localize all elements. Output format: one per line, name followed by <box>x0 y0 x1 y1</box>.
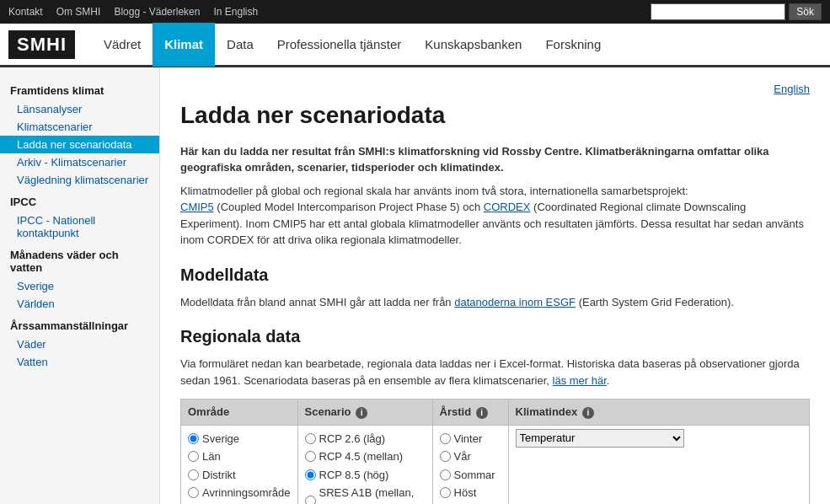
sidebar-section-ipcc: IPCC <box>0 189 159 212</box>
scenario-rcp26-radio[interactable] <box>305 433 316 444</box>
omrade-sverige-radio[interactable] <box>188 433 199 444</box>
sidebar-section-manadens: Månadens väder och vatten <box>0 242 159 277</box>
scenario-rcp45-label: RCP 4.5 (mellan) <box>319 448 403 465</box>
arstid-vinter-label: Vinter <box>454 431 483 448</box>
arstid-info-icon[interactable]: i <box>476 407 488 419</box>
sidebar-item-klimatscenarier[interactable]: Klimatscenarier <box>0 118 159 136</box>
klimatindex-cell: Temperatur Nederbörd Snö Vind <box>508 425 809 504</box>
scenario-info-icon[interactable]: i <box>356 407 367 419</box>
arstid-sommar-row: Sommar <box>440 467 501 484</box>
topbar-kontakt[interactable]: Kontakt <box>8 6 43 18</box>
search-input[interactable] <box>651 3 785 20</box>
col-klimatindex-header: Klimatindex i <box>508 399 809 426</box>
klimatindex-info-icon[interactable]: i <box>582 407 594 419</box>
regional-desc-text: Via formuläret nedan kan bearbetade, reg… <box>180 357 800 387</box>
modell-pre: Modelldata från bland annat SMHI går att… <box>180 296 454 308</box>
search-area: Sök <box>651 3 822 20</box>
omrade-lan-radio[interactable] <box>188 451 199 462</box>
scenario-rcp85-row: RCP 8.5 (hög) <box>305 467 426 484</box>
omrade-distrikt-radio[interactable] <box>188 469 199 480</box>
nav-data[interactable]: Data <box>215 23 265 67</box>
nav-vadret[interactable]: Vädret <box>92 23 153 67</box>
omrade-sverige-row: Sverige <box>188 431 291 448</box>
nav-professionella[interactable]: Professionella tjänster <box>265 23 414 67</box>
omrade-cell: Sverige Län Distrikt Avrinningsområ <box>181 425 298 504</box>
sidebar-section-framtidens-klimat: Framtidens klimat <box>0 78 159 100</box>
top-bar: Kontakt Om SMHI Blogg - Väderleken In En… <box>0 0 830 24</box>
scenario-rcp85-label: RCP 8.5 (hög) <box>319 467 389 484</box>
scenario-rcp45-row: RCP 4.5 (mellan) <box>305 448 426 465</box>
col-scenario-header: Scenario i <box>297 399 432 426</box>
sidebar-item-vagledning[interactable]: Vägledning klimatscenarier <box>0 171 159 189</box>
intro-para-text: Klimatmodeller på global och regional sk… <box>180 185 688 197</box>
omrade-lan-label: Län <box>202 448 221 465</box>
sidebar: Framtidens klimat Länsanalyser Klimatsce… <box>0 67 160 504</box>
sidebar-item-sverige[interactable]: Sverige <box>0 277 159 295</box>
arstid-var-row: Vår <box>440 448 501 465</box>
las-mer-link[interactable]: läs mer här <box>553 374 607 387</box>
arstid-host-label: Höst <box>454 485 477 501</box>
omrade-avrinning-row: Avrinningsområde <box>188 485 291 501</box>
omrade-lan-row: Län <box>188 448 291 465</box>
main-nav-links: Vädret Klimat Data Professionella tjänst… <box>92 23 613 67</box>
sidebar-item-lansanalyser[interactable]: Länsanalyser <box>0 100 159 118</box>
omrade-avrinning-radio[interactable] <box>188 487 199 498</box>
intro-para: Klimatmodeller på global och regional sk… <box>180 183 810 249</box>
scenario-rcp26-row: RCP 2.6 (låg) <box>305 431 426 448</box>
scenario-sres-label: SRES A1B (mellan, äldre) <box>319 485 426 504</box>
omrade-distrikt-row: Distrikt <box>188 467 291 484</box>
sidebar-item-arkiv[interactable]: Arkiv - Klimatscenarier <box>0 153 159 171</box>
scenario-sres-radio[interactable] <box>305 496 316 504</box>
arstid-cell: Vinter Vår Sommar Höst <box>432 425 508 504</box>
sidebar-section-arssamman: Årssammanställningar <box>0 313 159 335</box>
page-title: Ladda ner scenariodata <box>180 98 810 133</box>
cmip5-link[interactable]: CMIP5 <box>180 201 214 213</box>
sidebar-item-vader[interactable]: Väder <box>0 335 159 353</box>
sidebar-item-vatten[interactable]: Vatten <box>0 353 159 371</box>
nav-klimat[interactable]: Klimat <box>153 23 215 67</box>
col-arstid-header: Årstid i <box>432 399 508 426</box>
topbar-om-smhi[interactable]: Om SMHI <box>56 6 101 18</box>
scenario-rcp26-label: RCP 2.6 (låg) <box>319 431 386 448</box>
nav-kunskapsbanken[interactable]: Kunskapsbanken <box>413 23 533 67</box>
omrade-avrinning-label: Avrinningsområde <box>202 485 291 501</box>
arstid-var-radio[interactable] <box>440 451 451 462</box>
arstid-var-label: Vår <box>454 448 471 465</box>
smhi-logo[interactable]: SMHI <box>8 30 75 59</box>
regional-form-table: Område Scenario i Årstid i Klimatindex i <box>180 399 810 504</box>
arstid-sommar-label: Sommar <box>454 467 495 484</box>
intro-bold: Här kan du ladda ner resultat från SMHI:… <box>180 143 810 176</box>
scenario-cell: RCP 2.6 (låg) RCP 4.5 (mellan) RCP 8.5 (… <box>297 425 432 504</box>
nav-forskning[interactable]: Forskning <box>533 23 613 67</box>
scenario-rcp85-radio[interactable] <box>305 469 316 480</box>
search-button[interactable]: Sök <box>789 3 822 20</box>
arstid-host-radio[interactable] <box>440 487 451 498</box>
regional-desc-para: Via formuläret nedan kan bearbetade, reg… <box>180 356 810 389</box>
arstid-vinter-row: Vinter <box>440 431 501 448</box>
col-omrade-header: Område <box>181 399 298 426</box>
arstid-sommar-radio[interactable] <box>440 469 451 480</box>
cordex-link[interactable]: CORDEX <box>484 201 531 213</box>
klimatindex-select[interactable]: Temperatur Nederbörd Snö Vind <box>516 429 684 448</box>
sidebar-item-ladda-ner[interactable]: Ladda ner scenariodata <box>0 136 159 153</box>
modell-para: Modelldata från bland annat SMHI går att… <box>180 294 810 311</box>
english-link[interactable]: English <box>774 81 810 98</box>
regional-end: . <box>607 374 610 387</box>
arstid-vinter-radio[interactable] <box>440 433 451 444</box>
content-wrapper: Framtidens klimat Länsanalyser Klimatsce… <box>0 67 830 504</box>
sidebar-item-varlden[interactable]: Världen <box>0 295 159 313</box>
section-modelldata: Modelldata <box>180 262 810 287</box>
arstid-host-row: Höst <box>440 485 501 501</box>
esgf-link[interactable]: datanoderna inom ESGF <box>454 296 576 308</box>
omrade-sverige-label: Sverige <box>202 431 239 448</box>
omrade-distrikt-label: Distrikt <box>202 467 236 484</box>
sidebar-item-ipcc[interactable]: IPCC - Nationell kontaktpunkt <box>0 212 159 242</box>
scenario-rcp45-radio[interactable] <box>305 451 316 462</box>
topbar-blogg[interactable]: Blogg - Väderleken <box>114 6 200 18</box>
topbar-in-english[interactable]: In English <box>213 6 258 18</box>
scenario-sres-row: SRES A1B (mellan, äldre) <box>305 485 426 504</box>
main-nav: SMHI Vädret Klimat Data Professionella t… <box>0 24 830 67</box>
modell-post: (Earth System Grid Federation). <box>576 296 734 308</box>
main-content: English Ladda ner scenariodata Här kan d… <box>160 67 830 504</box>
section-regional: Regionala data <box>180 324 810 349</box>
